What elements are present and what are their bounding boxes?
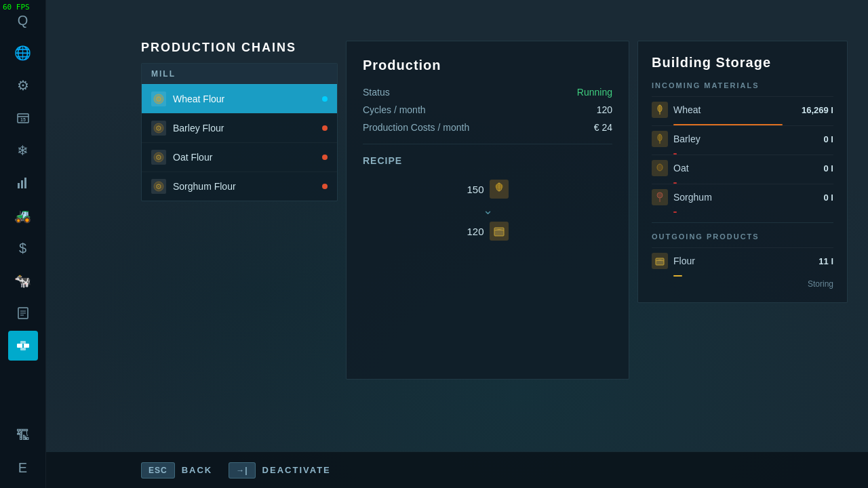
fps-counter: 60 FPS	[3, 3, 30, 12]
sidebar-icon-globe[interactable]: 🌐	[8, 38, 38, 68]
oat-amount: 0 l	[824, 163, 833, 174]
recipe-output: 120	[467, 222, 508, 241]
sidebar-icon-snowflake[interactable]: ❄	[8, 136, 38, 165]
barley-flour-indicator	[322, 125, 328, 131]
sidebar-icon-book[interactable]	[8, 298, 38, 328]
sorghum-storage-icon	[652, 189, 668, 205]
storing-label: Storing	[652, 279, 833, 289]
production-panel: Production Status Running Cycles / month…	[346, 41, 629, 380]
recipe-output-icon	[490, 222, 509, 241]
sidebar-icon-building[interactable]: 🏗	[8, 420, 38, 450]
svg-rect-26	[494, 228, 504, 236]
barley-storage-icon	[652, 131, 668, 147]
sorghum-bar	[673, 211, 677, 213]
status-value: Running	[577, 87, 612, 98]
svg-point-32	[657, 192, 663, 198]
incoming-title: INCOMING MATERIALS	[652, 81, 833, 89]
sidebar-icon-calendar[interactable]: 15	[8, 103, 38, 133]
oat-flour-indicator	[322, 155, 328, 160]
svg-rect-3	[18, 183, 20, 188]
sidebar-icon-cow[interactable]: 🐄	[8, 266, 38, 296]
storage-item-barley: Barley 0 l	[652, 125, 833, 152]
panels-container: PRODUCTION CHAINS MILL ⚙ Wheat Flour	[46, 0, 868, 488]
svg-point-31	[657, 164, 663, 171]
flour-name: Flour	[673, 256, 813, 266]
oat-storage-icon	[652, 160, 668, 176]
costs-value: € 24	[594, 122, 612, 133]
wheat-flour-indicator	[322, 96, 328, 102]
svg-text:⚙: ⚙	[155, 95, 162, 103]
back-key: ESC	[141, 462, 175, 479]
chains-box: MILL ⚙ Wheat Flour	[141, 63, 338, 201]
svg-text:⚙: ⚙	[155, 182, 162, 190]
oat-flour-icon: ⚙	[151, 150, 166, 165]
deactivate-button[interactable]: →| DEACTIVATE	[229, 462, 331, 479]
sidebar-icon-tractor[interactable]: 🚜	[8, 201, 38, 230]
svg-rect-10	[17, 344, 22, 348]
deactivate-key: →|	[229, 462, 255, 479]
back-label: BACK	[182, 465, 213, 475]
sorghum-flour-label: Sorghum Flour	[173, 181, 315, 192]
svg-point-24	[496, 184, 498, 188]
storage-title: Building Storage	[652, 55, 833, 70]
wheat-name: Wheat	[673, 104, 796, 115]
costs-row: Production Costs / month € 24	[363, 122, 612, 133]
recipe-title: Recipe	[363, 155, 612, 166]
recipe-input: 150	[467, 180, 508, 199]
sidebar: Q 🌐 ⚙ 15 ❄ 🚜 $ 🐄 🏗	[0, 0, 46, 488]
sidebar-icon-production[interactable]	[8, 331, 38, 361]
recipe-input-icon	[490, 180, 509, 199]
status-label: Status	[363, 87, 390, 98]
barley-name: Barley	[673, 134, 818, 144]
cycles-value: 120	[597, 104, 612, 115]
oat-name: Oat	[673, 163, 818, 174]
chain-item-barley-flour[interactable]: ⚙ Barley Flour	[142, 113, 337, 142]
storage-item-sorghum: Sorghum 0 l	[652, 184, 833, 210]
chain-item-sorghum-flour[interactable]: ⚙ Sorghum Flour	[142, 171, 337, 201]
status-row: Status Running	[363, 87, 612, 98]
flour-amount: 11 l	[818, 256, 833, 266]
back-button[interactable]: ESC BACK	[141, 462, 212, 479]
recipe-area: 150 ⌄ 120	[363, 180, 612, 241]
deactivate-label: DEACTIVATE	[262, 465, 331, 475]
sorghum-flour-icon: ⚙	[151, 179, 166, 194]
svg-rect-5	[24, 178, 26, 188]
svg-text:⚙: ⚙	[155, 153, 162, 161]
chains-title: PRODUCTION CHAINS	[141, 41, 338, 55]
chain-item-wheat-flour[interactable]: ⚙ Wheat Flour	[142, 84, 337, 113]
outgoing-title: OUTGOING PRODUCTS	[652, 232, 833, 241]
bottom-bar: ESC BACK →| DEACTIVATE	[46, 451, 868, 488]
sidebar-icon-e[interactable]: E	[8, 453, 38, 483]
sidebar-icon-coin[interactable]: $	[8, 233, 38, 263]
sidebar-icon-chart[interactable]	[8, 168, 38, 198]
cycles-label: Cycles / month	[363, 104, 426, 115]
svg-text:15: 15	[20, 117, 26, 122]
flour-storage-icon	[652, 253, 668, 269]
svg-point-25	[500, 184, 502, 188]
wheat-flour-label: Wheat Flour	[173, 94, 315, 104]
recipe-arrow: ⌄	[483, 203, 493, 218]
storage-divider	[652, 222, 833, 223]
svg-text:⚙: ⚙	[155, 124, 162, 132]
svg-rect-34	[656, 258, 664, 265]
storage-item-oat: Oat 0 l	[652, 155, 833, 181]
svg-rect-12	[20, 341, 26, 344]
svg-rect-13	[20, 348, 26, 350]
recipe-output-amount: 120	[467, 226, 484, 237]
sidebar-icon-wheel[interactable]: ⚙	[8, 70, 38, 100]
chains-panel: PRODUCTION CHAINS MILL ⚙ Wheat Flour	[141, 41, 338, 201]
barley-flour-label: Barley Flour	[173, 123, 315, 134]
wheat-amount: 16,269 l	[802, 105, 833, 115]
barley-flour-icon: ⚙	[151, 121, 166, 136]
sorghum-flour-indicator	[322, 184, 328, 189]
production-title: Production	[363, 58, 612, 73]
sorghum-amount: 0 l	[824, 192, 833, 203]
costs-label: Production Costs / month	[363, 122, 469, 133]
wheat-flour-icon: ⚙	[151, 92, 166, 106]
svg-rect-11	[24, 344, 29, 348]
chains-category: MILL	[142, 64, 337, 84]
chain-item-oat-flour[interactable]: ⚙ Oat Flour	[142, 142, 337, 171]
sorghum-name: Sorghum	[673, 192, 818, 203]
storage-item-wheat: Wheat 16,269 l	[652, 96, 833, 123]
storage-item-flour: Flour 11 l	[652, 247, 833, 274]
